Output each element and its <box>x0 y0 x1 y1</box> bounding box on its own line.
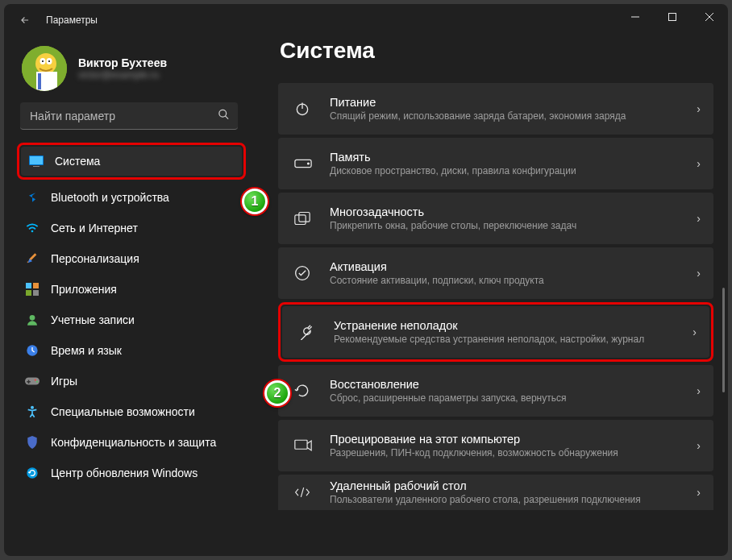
annotation-highlight-1: Система <box>17 143 246 180</box>
card-subtitle: Рекомендуемые средства устранения непола… <box>334 334 692 346</box>
window-title: Параметры <box>46 15 98 26</box>
svg-point-17 <box>31 230 34 233</box>
chevron-right-icon: › <box>697 212 701 225</box>
scrollbar[interactable] <box>722 288 725 392</box>
card-title: Проецирование на этот компьютер <box>330 432 697 447</box>
chevron-right-icon: › <box>697 102 701 115</box>
profile[interactable]: Виктор Бухтеев victor@example.ru <box>22 46 246 91</box>
sidebar-item-bluetooth[interactable]: Bluetooth и устройства <box>17 183 246 212</box>
sidebar-item-label: Специальные возможности <box>51 405 195 418</box>
chevron-right-icon: › <box>697 157 701 170</box>
settings-window: Параметры <box>4 4 728 556</box>
accessibility-icon <box>25 404 40 419</box>
sidebar-item-label: Bluetooth и устройства <box>51 191 169 204</box>
svg-rect-1 <box>669 14 676 21</box>
sidebar-item-label: Учетные записи <box>51 313 135 326</box>
search-input[interactable] <box>20 102 238 130</box>
chevron-right-icon: › <box>697 486 701 499</box>
sidebar-item-label: Система <box>55 155 100 168</box>
person-icon <box>25 313 40 327</box>
sidebar-item-apps[interactable]: Приложения <box>17 275 246 304</box>
svg-rect-11 <box>38 73 41 89</box>
chevron-right-icon: › <box>697 439 701 452</box>
maximize-button[interactable] <box>654 4 691 30</box>
card-title: Многозадачность <box>330 205 697 220</box>
window-controls <box>617 4 728 30</box>
svg-point-30 <box>27 467 37 478</box>
storage-icon <box>294 155 312 172</box>
sidebar-item-label: Время и язык <box>51 344 122 357</box>
sidebar-item-label: Приложения <box>51 283 117 296</box>
profile-name: Виктор Бухтеев <box>78 56 167 69</box>
sidebar-item-label: Конфиденциальность и защита <box>51 436 216 449</box>
svg-point-22 <box>30 315 35 321</box>
sidebar-item-accounts[interactable]: Учетные записи <box>17 305 246 334</box>
card-subtitle: Состояние активации, подписки, ключ прод… <box>330 275 697 288</box>
svg-point-26 <box>36 381 38 383</box>
recovery-icon <box>294 382 312 400</box>
clock-icon <box>25 343 40 358</box>
svg-point-8 <box>42 60 44 62</box>
power-icon <box>294 100 312 118</box>
card-subtitle: Спящий режим, использование заряда батар… <box>330 110 697 123</box>
svg-point-12 <box>219 110 227 117</box>
chevron-right-icon: › <box>697 267 701 280</box>
card-title: Удаленный рабочий стол <box>330 479 697 494</box>
card-title: Память <box>330 150 697 165</box>
svg-point-25 <box>35 379 36 380</box>
card-title: Активация <box>330 259 697 275</box>
card-subtitle: Пользователи удаленного рабочего стола, … <box>330 494 697 507</box>
card-activation[interactable]: Активация Состояние активации, подписки,… <box>278 247 713 299</box>
sidebar-item-label: Игры <box>51 375 77 388</box>
content: Виктор Бухтеев victor@example.ru Систем <box>4 36 728 556</box>
annotation-marker-2: 2 <box>264 380 290 406</box>
sidebar-item-accessibility[interactable]: Специальные возможности <box>17 397 246 426</box>
card-power[interactable]: Питание Спящий режим, использование заря… <box>278 83 713 135</box>
sidebar-item-gaming[interactable]: Игры <box>17 367 246 396</box>
back-button[interactable] <box>17 12 33 28</box>
card-troubleshoot[interactable]: Устранение неполадок Рекомендуемые средс… <box>282 306 709 358</box>
sidebar-item-update[interactable]: Центр обновления Windows <box>17 458 246 487</box>
check-circle-icon <box>294 264 312 282</box>
svg-rect-15 <box>30 156 43 164</box>
apps-icon <box>25 282 40 297</box>
multitask-icon <box>294 209 312 227</box>
nav: Система Bluetooth и устройства Сеть и Ин… <box>17 143 246 487</box>
sidebar-item-label: Сеть и Интернет <box>51 222 138 234</box>
projection-icon <box>294 437 312 454</box>
close-button[interactable] <box>691 4 728 30</box>
chevron-right-icon: › <box>697 384 701 397</box>
svg-point-9 <box>48 60 50 62</box>
card-multitasking[interactable]: Многозадачность Прикрепить окна, рабочие… <box>278 193 713 244</box>
system-icon <box>29 154 44 168</box>
svg-rect-28 <box>27 381 31 383</box>
sidebar-item-system[interactable]: Система <box>21 147 242 176</box>
card-storage[interactable]: Память Дисковое пространство, диски, пра… <box>278 138 713 189</box>
card-recovery[interactable]: Восстановление Сброс, расширенные параме… <box>278 365 713 417</box>
sidebar-item-network[interactable]: Сеть и Интернет <box>17 214 246 243</box>
card-remote-desktop[interactable]: Удаленный рабочий стол Пользователи удал… <box>278 475 713 510</box>
card-title: Питание <box>330 95 697 110</box>
card-subtitle: Сброс, расширенные параметры запуска, ве… <box>330 392 697 405</box>
main: Система Питание Спящий режим, использова… <box>259 36 728 556</box>
svg-rect-35 <box>295 215 306 225</box>
card-title: Восстановление <box>330 377 697 392</box>
avatar <box>22 46 67 91</box>
card-projection[interactable]: Проецирование на этот компьютер Разрешен… <box>278 420 713 471</box>
card-subtitle: Дисковое пространство, диски, правила ко… <box>330 165 697 178</box>
sidebar-item-time[interactable]: Время и язык <box>17 336 246 365</box>
card-list: Питание Спящий режим, использование заря… <box>278 83 713 510</box>
sidebar-item-label: Персонализация <box>51 252 139 265</box>
annotation-marker-1: 1 <box>242 189 268 214</box>
svg-rect-38 <box>295 440 307 449</box>
svg-line-13 <box>225 116 228 119</box>
chevron-right-icon: › <box>692 326 697 338</box>
wrench-icon <box>298 323 316 341</box>
minimize-button[interactable] <box>617 4 654 30</box>
sidebar-item-personalization[interactable]: Персонализация <box>17 244 246 273</box>
gamepad-icon <box>25 374 40 388</box>
card-title: Устранение неполадок <box>334 318 692 334</box>
shield-icon <box>25 435 40 450</box>
svg-rect-21 <box>33 290 39 296</box>
sidebar-item-privacy[interactable]: Конфиденциальность и защита <box>17 428 246 457</box>
